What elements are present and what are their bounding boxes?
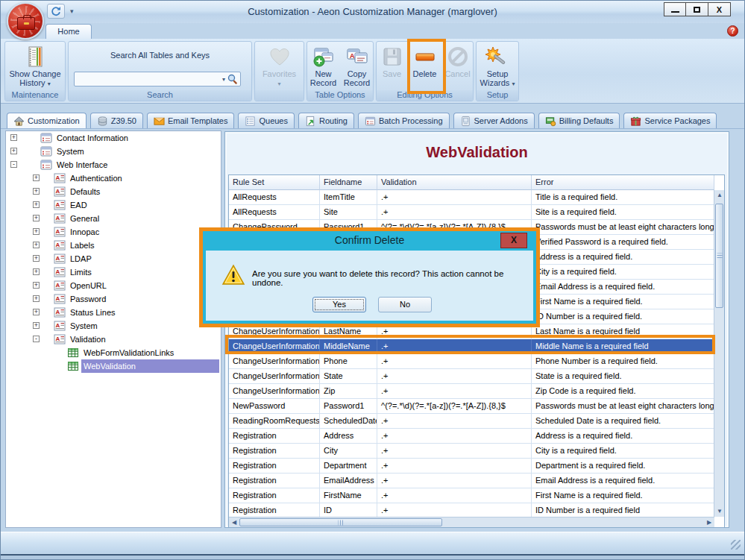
table-row[interactable]: RegistrationID.+ID Number is a required … bbox=[229, 503, 714, 518]
scroll-left-icon[interactable]: ◀ bbox=[229, 517, 239, 528]
expand-icon[interactable]: + bbox=[33, 255, 40, 262]
expand-icon[interactable]: + bbox=[10, 134, 17, 141]
tree-item-labels[interactable]: +ALabels bbox=[6, 239, 221, 252]
show-change-history-button[interactable]: Show Change History ▾ bbox=[5, 42, 65, 89]
collapse-icon[interactable]: - bbox=[33, 336, 40, 342]
close-button[interactable]: X bbox=[708, 2, 731, 16]
table-row[interactable]: RegistrationFirstName.+First Name is a r… bbox=[229, 488, 714, 503]
expand-icon[interactable]: + bbox=[33, 188, 40, 195]
tab-billing-defaults[interactable]: Billing Defaults bbox=[538, 113, 620, 128]
sync-button[interactable] bbox=[47, 4, 65, 19]
table-row[interactable]: ChangeUserInformationMiddleName.+Middle … bbox=[229, 339, 714, 354]
expand-icon[interactable]: + bbox=[33, 268, 40, 275]
tab-queues[interactable]: Queues bbox=[238, 113, 295, 128]
titlebar[interactable]: Customization - Aeon Customization Manag… bbox=[1, 1, 744, 23]
delete-button[interactable]: Delete bbox=[409, 45, 441, 78]
table-row[interactable]: RegistrationEmailAddress.+Email Address … bbox=[229, 474, 714, 488]
tree-item-password[interactable]: +APassword bbox=[6, 292, 221, 306]
table-row[interactable]: AllRequestsItemTitle.+Title is a require… bbox=[229, 190, 714, 205]
table-row[interactable]: RegistrationAddress.+Address is a requir… bbox=[229, 429, 714, 444]
expand-icon[interactable]: + bbox=[33, 282, 40, 289]
setup-wizards-button[interactable]: Setup Wizards ▾ bbox=[477, 42, 518, 89]
search-input[interactable]: ▾ bbox=[74, 72, 241, 86]
svg-text:A: A bbox=[56, 255, 60, 262]
tab-home[interactable]: Home bbox=[45, 24, 92, 39]
tree-item-webvalidation[interactable]: WebValidation bbox=[6, 359, 221, 373]
copy-record-button[interactable]: A CopyRecord bbox=[341, 45, 373, 87]
scroll-right-icon[interactable]: ▶ bbox=[704, 517, 714, 528]
table-row[interactable]: ReadingRoomRequestsScheduledDate.+Schedu… bbox=[229, 414, 714, 429]
table-row[interactable]: ChangeUserInformationPhone.+Phone Number… bbox=[229, 354, 714, 369]
scroll-up-icon[interactable]: ▲ bbox=[714, 190, 725, 201]
application-menu-button[interactable] bbox=[7, 2, 44, 40]
favorites-button[interactable]: Favorites ▾ bbox=[255, 42, 304, 89]
expand-icon[interactable]: + bbox=[33, 309, 40, 315]
tree-item-authentication[interactable]: +AAuthentication bbox=[6, 172, 221, 185]
column-header-error[interactable]: Error bbox=[532, 175, 714, 190]
tree-item-openurl[interactable]: +AOpenURL bbox=[6, 279, 221, 292]
tab-customization[interactable]: Customization bbox=[7, 113, 87, 128]
tree-item-defaults[interactable]: +ADefaults bbox=[6, 185, 221, 198]
qat-customize-dropdown[interactable]: ▾ bbox=[68, 7, 76, 15]
new-record-button[interactable]: NewRecord bbox=[307, 45, 339, 87]
tree-item-status-lines[interactable]: +AStatus Lines bbox=[6, 306, 221, 319]
tab-routing[interactable]: Routing bbox=[298, 113, 354, 128]
tree-item-ead[interactable]: +AEAD bbox=[6, 198, 221, 212]
horizontal-scroll-thumb[interactable] bbox=[239, 518, 442, 526]
collapse-icon[interactable]: - bbox=[10, 161, 17, 168]
tree-item-limits[interactable]: +ALimits bbox=[6, 265, 221, 279]
maximize-button[interactable] bbox=[686, 2, 708, 16]
expand-icon[interactable]: + bbox=[33, 295, 40, 302]
column-header-rule-set[interactable]: Rule Set bbox=[229, 175, 320, 190]
expand-icon[interactable]: + bbox=[33, 201, 40, 208]
scroll-down-icon[interactable]: ▼ bbox=[714, 506, 725, 517]
expand-icon[interactable]: + bbox=[33, 228, 40, 235]
expand-icon[interactable]: + bbox=[33, 242, 40, 248]
yes-button[interactable]: Yes bbox=[312, 297, 366, 312]
column-header-validation[interactable]: Validation bbox=[377, 175, 532, 190]
tab-batch-processing[interactable]: Batch Processing bbox=[358, 113, 450, 128]
tree-item-ldap[interactable]: +ALDAP bbox=[6, 252, 221, 265]
table-row[interactable]: ChangeUserInformationState.+State is a r… bbox=[229, 369, 714, 384]
horizontal-scrollbar[interactable]: ◀ ▶ bbox=[229, 517, 714, 527]
tree-item-webformvalidationlinks[interactable]: WebFormValidationLinks bbox=[6, 346, 221, 359]
resize-grip-icon[interactable] bbox=[731, 540, 741, 550]
help-button[interactable]: ? bbox=[727, 25, 738, 37]
svg-text:A: A bbox=[56, 228, 60, 235]
tree-item-innopac[interactable]: +AInnopac bbox=[6, 225, 221, 239]
dialog-titlebar[interactable]: Confirm Delete bbox=[203, 231, 536, 251]
tree-item-system[interactable]: +ASystem bbox=[6, 319, 221, 333]
expand-icon[interactable]: + bbox=[10, 148, 17, 154]
setup-wizards-label-1: Setup bbox=[487, 69, 509, 78]
routing-icon bbox=[305, 116, 316, 127]
tree-item-general[interactable]: +AGeneral bbox=[6, 212, 221, 225]
minimize-button[interactable] bbox=[664, 2, 686, 16]
search-icon[interactable] bbox=[227, 73, 239, 85]
table-row[interactable]: RegistrationDepartment.+Department is a … bbox=[229, 459, 714, 474]
table-row[interactable]: AllRequestsSite.+Site is a required fiel… bbox=[229, 205, 714, 220]
vertical-scrollbar[interactable]: ▲ ▼ bbox=[714, 190, 724, 517]
table-row[interactable]: NewPasswordPassword1^(?=.*\d)(?=.*[a-z])… bbox=[229, 399, 714, 414]
tree-item-web-interface[interactable]: -Web Interface bbox=[6, 158, 221, 172]
no-button[interactable]: No bbox=[378, 297, 432, 312]
vertical-scroll-thumb[interactable] bbox=[715, 204, 723, 308]
save-button[interactable]: Save bbox=[377, 45, 407, 78]
tree-item-system[interactable]: +System bbox=[6, 145, 221, 158]
key-icon: A bbox=[54, 280, 66, 292]
search-dropdown-icon[interactable]: ▾ bbox=[221, 76, 227, 83]
tab-z39-50[interactable]: Z39.50 bbox=[90, 113, 143, 128]
tab-service-packages[interactable]: Service Packages bbox=[623, 113, 717, 128]
tab-server-addons[interactable]: Server Addons bbox=[453, 113, 535, 128]
tree-item-validation[interactable]: -AValidation bbox=[6, 333, 221, 346]
cancel-button[interactable]: Cancel bbox=[442, 45, 473, 78]
table-row[interactable]: RegistrationCity.+City is a required fie… bbox=[229, 444, 714, 459]
table-cell: ChangeUserInformation bbox=[229, 369, 320, 384]
dialog-close-button[interactable]: X bbox=[500, 233, 527, 248]
column-header-fieldname[interactable]: Fieldname bbox=[320, 175, 377, 190]
expand-icon[interactable]: + bbox=[33, 215, 40, 221]
expand-icon[interactable]: + bbox=[33, 322, 40, 329]
expand-icon[interactable]: + bbox=[33, 174, 40, 181]
table-row[interactable]: ChangeUserInformationZip.+Zip Code is a … bbox=[229, 384, 714, 399]
tab-email-templates[interactable]: Email Templates bbox=[147, 113, 235, 128]
tree-item-contact-information[interactable]: +Contact Information bbox=[6, 131, 221, 145]
